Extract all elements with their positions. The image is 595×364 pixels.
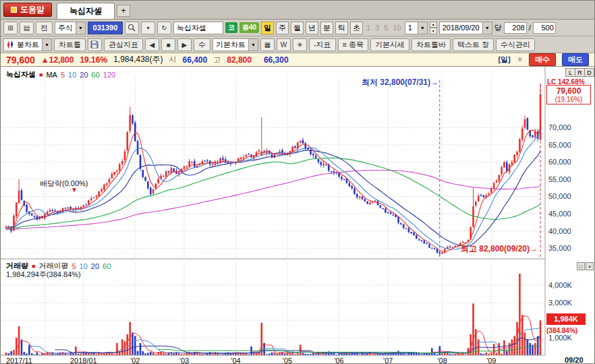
svg-text:3,000K: 3,000K bbox=[548, 299, 573, 307]
help-icon bbox=[11, 7, 17, 13]
tick-option-10[interactable]: 10 bbox=[391, 24, 402, 32]
asset-type-select[interactable]: 주식 ▼ bbox=[55, 22, 86, 34]
ma-period-60: 60 bbox=[92, 71, 100, 79]
spinner-up-icon[interactable]: ▲ bbox=[430, 22, 437, 28]
margin-40-badge: 증40 bbox=[239, 22, 259, 33]
basic-quote-button[interactable]: 기본시세 bbox=[370, 38, 409, 51]
list-icon: ≡ bbox=[343, 40, 347, 49]
volume-ma-swatch: ■ bbox=[32, 263, 35, 270]
vol-ma-10: 10 bbox=[80, 262, 88, 270]
gear-icon[interactable]: ✳ bbox=[517, 55, 523, 64]
period-minute-button[interactable]: 분 bbox=[320, 22, 333, 34]
period-tick-button[interactable]: 틱 bbox=[335, 22, 348, 34]
separators bbox=[1, 67, 545, 355]
remove-indicator-button[interactable]: -지표 bbox=[309, 38, 336, 51]
prev-arrow-icon[interactable]: ◀ bbox=[145, 38, 159, 51]
svg-text:'03: '03 bbox=[179, 357, 189, 364]
period-indicator: [일] bbox=[498, 55, 510, 65]
low-price: 66,300 bbox=[264, 55, 289, 65]
text-window-button[interactable]: 텍스트 창 bbox=[453, 38, 494, 51]
stock-name-field: 녹십자셀 bbox=[173, 22, 223, 34]
current-volume-box: 1,984K bbox=[546, 313, 586, 325]
next-arrow-icon[interactable]: ▶ bbox=[177, 38, 192, 51]
svg-text:'02: '02 bbox=[130, 357, 140, 364]
save-icon[interactable] bbox=[88, 38, 102, 51]
stock-list-button[interactable]: ≡ 종목 bbox=[338, 38, 368, 51]
buy-button[interactable]: 매수 bbox=[529, 53, 556, 66]
toolbar-chart: 봉차트 ▼ 차트틀 관심지표 ◀ ■ ▶ 수 기본차트 ▼ ▦ W ✳ -지표 … bbox=[1, 36, 594, 53]
pane-close-icon[interactable]: × bbox=[586, 262, 594, 270]
su-button[interactable]: 수 bbox=[194, 38, 210, 51]
stock-code-input[interactable] bbox=[88, 22, 123, 34]
bar-count-input[interactable] bbox=[504, 22, 527, 34]
chart-grid bbox=[1, 76, 545, 355]
traded-volume: 1,984,438(주) bbox=[113, 54, 163, 65]
code-dropdown-icon[interactable]: ▼ bbox=[141, 22, 155, 34]
add-tab-button[interactable]: + bbox=[117, 5, 130, 17]
chart-toolbar-button[interactable]: 차트툴바 bbox=[412, 38, 451, 51]
period-year-button[interactable]: 년 bbox=[306, 22, 318, 34]
interval-select[interactable]: 1 ▼ bbox=[405, 22, 428, 34]
tick-option-3[interactable]: 3 bbox=[374, 24, 380, 32]
tab-stock-chart[interactable]: 녹십자셀 bbox=[57, 3, 115, 19]
basic-chart-select[interactable]: 기본차트 ▼ bbox=[213, 38, 258, 51]
candles bbox=[5, 84, 542, 256]
chevron-down-icon: ▼ bbox=[76, 22, 85, 34]
annotation-highest: 최고 82,800(09/20)→ bbox=[461, 243, 538, 255]
spinner-down-icon[interactable]: ▼ bbox=[430, 28, 437, 34]
tab-label: 녹십자셀 bbox=[69, 5, 102, 17]
tab-right[interactable]: R bbox=[575, 68, 585, 77]
svg-text:45,000: 45,000 bbox=[548, 210, 571, 218]
pane-restore-icon[interactable]: □ bbox=[577, 262, 585, 270]
period-day-button[interactable]: 일 bbox=[261, 22, 274, 34]
favorite-indicator-button[interactable]: 관심지표 bbox=[104, 38, 143, 51]
tick-option-1[interactable]: 1 bbox=[365, 24, 372, 32]
stock-chart-canvas[interactable]: 35,00040,00045,00050,00055,00060,00065,0… bbox=[1, 67, 595, 364]
layout-grid-icon[interactable]: ⊞ bbox=[3, 22, 18, 34]
plus-icon: + bbox=[121, 6, 125, 16]
interval-spinner[interactable]: ▲ ▼ bbox=[430, 22, 437, 34]
price-summary-bar: 79,600 ▲12,800 19.16% 1,984,438(주) 시 66,… bbox=[1, 53, 594, 67]
current-price-box-value: 79,600 bbox=[547, 86, 590, 96]
layout-list-icon[interactable]: ▤ bbox=[20, 22, 34, 34]
tab-diagram[interactable]: D bbox=[584, 68, 594, 77]
period-second-button[interactable]: 초 bbox=[350, 22, 363, 34]
interval-value: 1 bbox=[408, 24, 412, 32]
tick-option-5[interactable]: 5 bbox=[382, 24, 389, 32]
svg-text:'06: '06 bbox=[334, 357, 343, 364]
extreme-marker-lines bbox=[440, 80, 540, 257]
grid-style-icon[interactable]: ▦ bbox=[260, 38, 275, 51]
jeon-button[interactable]: 전 bbox=[36, 22, 53, 34]
help-button[interactable]: 도움말 bbox=[3, 3, 52, 17]
chevron-down-icon: ▼ bbox=[482, 22, 492, 34]
ma-period-120: 120 bbox=[103, 71, 115, 79]
price-pane-legend: 녹십자셀 ■ MA 5 10 20 60 120 bbox=[6, 69, 115, 80]
current-price-box: 79,600 (19.16%) bbox=[546, 85, 591, 104]
svg-text:'05: '05 bbox=[283, 357, 292, 364]
frame-box-icon[interactable]: ■ bbox=[161, 38, 175, 51]
date-select[interactable]: 2018/09/20 ▼ bbox=[439, 22, 492, 34]
refresh-icon[interactable]: ↻ bbox=[157, 22, 171, 34]
search-icon[interactable] bbox=[125, 22, 139, 34]
formula-manager-button[interactable]: 수식관리 bbox=[496, 38, 535, 51]
chevron-down-icon: ▼ bbox=[418, 22, 427, 34]
svg-text:50,000: 50,000 bbox=[548, 192, 571, 200]
chart-type-select[interactable]: 봉차트 ▼ bbox=[3, 38, 52, 51]
asset-type-label: 주식 bbox=[58, 23, 73, 33]
help-label: 도움말 bbox=[20, 4, 45, 16]
volume-current-text: 1,984,294주(384.84%) bbox=[6, 270, 81, 280]
ma-period-10: 10 bbox=[68, 71, 76, 79]
legend-symbol-name: 녹십자셀 bbox=[6, 69, 36, 80]
sell-button[interactable]: 매도 bbox=[562, 53, 589, 66]
chart-frame-button[interactable]: 차트틀 bbox=[54, 38, 86, 51]
period-month-button[interactable]: 월 bbox=[291, 22, 304, 34]
w-tool-button[interactable]: W bbox=[277, 38, 291, 51]
bar-total-input[interactable] bbox=[533, 22, 556, 34]
price-change-percent: 19.16% bbox=[80, 55, 107, 65]
svg-text:2018/01: 2018/01 bbox=[70, 357, 97, 364]
period-week-button[interactable]: 주 bbox=[276, 22, 289, 34]
svg-text:70,000: 70,000 bbox=[548, 123, 571, 131]
tools-icon[interactable]: ✳ bbox=[293, 38, 307, 51]
svg-text:65,000: 65,000 bbox=[548, 141, 571, 149]
tab-left[interactable]: L bbox=[565, 68, 575, 77]
